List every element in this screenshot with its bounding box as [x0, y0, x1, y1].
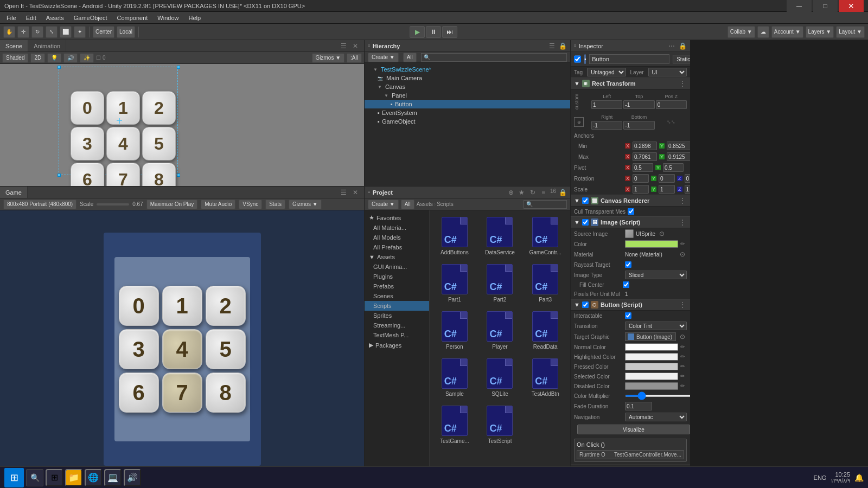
pivot-toggle[interactable]: Center	[93, 26, 114, 38]
tool-move[interactable]: ✛	[17, 26, 29, 38]
breadcrumb-scripts[interactable]: Scripts	[437, 201, 454, 207]
space-toggle[interactable]: Local	[117, 26, 135, 38]
mute-btn[interactable]: Mute Audio	[201, 200, 235, 209]
taskbar-chrome[interactable]: 🌐	[85, 469, 102, 486]
scene-tile-0[interactable]: 0	[71, 91, 104, 125]
play-button[interactable]: ▶	[410, 26, 425, 38]
navigation-dropdown[interactable]: Automatic	[625, 413, 687, 421]
disabled-color-picker[interactable]: ✏	[680, 383, 687, 389]
hierarchy-item-panel[interactable]: ▼ Panel	[365, 91, 570, 100]
project-file-player[interactable]: C# Player	[480, 309, 521, 352]
highlighted-color-picker[interactable]: ✏	[680, 354, 687, 360]
stats-btn[interactable]: Stats	[265, 200, 285, 209]
breadcrumb-assets[interactable]: Assets	[417, 201, 433, 207]
handle-top-left[interactable]	[58, 66, 61, 69]
layout-button[interactable]: Layout ▼	[836, 26, 865, 38]
disabled-color-swatch[interactable]	[625, 382, 678, 390]
fade-duration-input[interactable]	[625, 402, 652, 410]
project-all-btn[interactable]: All	[401, 200, 414, 209]
visualize-button[interactable]: Visualize	[577, 425, 690, 434]
game-gizmos-btn[interactable]: Gizmos ▼	[289, 200, 322, 209]
menu-window[interactable]: Window	[153, 14, 183, 22]
top-input[interactable]	[623, 100, 654, 109]
sidebar-favorites[interactable]: ★ Favorites	[365, 213, 429, 223]
normal-color-picker[interactable]: ✏	[680, 344, 687, 350]
left-input[interactable]	[591, 100, 622, 109]
taskbar-vs[interactable]: 💻	[104, 469, 122, 486]
rect-transform-menu[interactable]: ⋮	[678, 79, 687, 88]
inspector-lock-btn[interactable]: 🔒	[678, 42, 687, 50]
audio-toggle[interactable]: 🔊	[63, 53, 78, 63]
taskbar-notification[interactable]: 🔔	[854, 473, 864, 482]
all-dropdown[interactable]: :All	[347, 53, 362, 63]
rect-transform-header[interactable]: ▼ ⊞ Rect Transform ⋮	[571, 78, 690, 89]
cloud-button[interactable]: ☁	[757, 26, 769, 38]
menu-assets[interactable]: Assets	[42, 14, 68, 22]
scene-menu-btn[interactable]: ☰	[339, 42, 348, 50]
tool-rect[interactable]: ⬜	[60, 26, 72, 38]
highlighted-color-swatch[interactable]	[625, 353, 678, 361]
close-button[interactable]: ✕	[839, 0, 864, 12]
shading-dropdown[interactable]: Shaded	[2, 53, 28, 63]
layers-button[interactable]: Layers ▼	[806, 26, 834, 38]
fill-center-checkbox[interactable]	[623, 281, 629, 288]
scale-slider[interactable]	[97, 203, 129, 206]
minimize-button[interactable]: ─	[787, 0, 812, 12]
project-icon-btn1[interactable]: ⊕	[507, 188, 515, 197]
pressed-color-swatch[interactable]	[625, 363, 678, 370]
right-input[interactable]	[591, 121, 622, 130]
sidebar-plugins[interactable]: Plugins	[365, 272, 429, 281]
game-tile-0[interactable]: 0	[119, 286, 159, 326]
game-tile-1[interactable]: 1	[162, 286, 202, 326]
project-file-part2[interactable]: C# Part2	[480, 262, 521, 305]
hierarchy-item-eventsystem[interactable]: ▪ EventSystem	[365, 108, 570, 117]
hierarchy-menu-btn[interactable]: ☰	[547, 42, 556, 50]
fx-toggle[interactable]: ✨	[80, 53, 94, 63]
resolution-dropdown[interactable]: 800x480 Portrait (480x800)	[3, 200, 76, 209]
menu-component[interactable]: Component	[112, 14, 152, 22]
maximize-play-btn[interactable]: Maximize On Play	[146, 200, 198, 209]
hierarchy-item-canvas[interactable]: ▼ Canvas	[365, 82, 570, 91]
taskbar-unity[interactable]: 🔊	[124, 469, 141, 486]
project-lock-btn[interactable]: 🔒	[558, 188, 567, 197]
inspector-debug-btn[interactable]: ⋯	[667, 42, 676, 50]
max-x-input[interactable]	[633, 152, 657, 161]
project-file-gamecontroller[interactable]: C# GameContr...	[525, 215, 566, 258]
tab-scene[interactable]: Scene	[0, 40, 28, 52]
sidebar-streaming[interactable]: Streaming...	[365, 320, 429, 330]
project-file-testgame[interactable]: C# TestGame...	[434, 403, 475, 446]
interactable-checkbox[interactable]	[625, 312, 631, 319]
game-close-btn[interactable]: ✕	[351, 188, 360, 197]
project-file-addbuttons[interactable]: C# AddButtons	[434, 215, 475, 258]
gizmos-dropdown[interactable]: Gizmos ▼	[312, 53, 345, 63]
raycast-checkbox[interactable]	[625, 261, 631, 268]
source-image-picker[interactable]: ⊙	[658, 229, 666, 238]
project-icon-btn3[interactable]: ↻	[528, 188, 537, 197]
project-file-person[interactable]: C# Person	[434, 309, 475, 352]
static-dropdown[interactable]: Static	[673, 55, 690, 63]
project-search[interactable]	[524, 200, 567, 209]
scale-z-input[interactable]	[685, 185, 690, 194]
posz-input[interactable]	[656, 100, 687, 109]
normal-color-swatch[interactable]	[625, 343, 678, 351]
project-file-part3[interactable]: C# Part3	[525, 262, 566, 305]
image-script-header[interactable]: ▼ 🖼 Image (Script) ⋮	[571, 216, 690, 228]
scene-tile-2[interactable]: 2	[142, 91, 176, 125]
cull-transparent-checkbox[interactable]	[628, 208, 634, 215]
max-y-input[interactable]	[667, 152, 690, 161]
canvas-renderer-checkbox[interactable]	[582, 197, 589, 204]
game-tile-8[interactable]: 8	[206, 373, 246, 413]
tab-animation[interactable]: Animation	[28, 40, 66, 52]
vsync-btn[interactable]: VSync	[239, 200, 262, 209]
rot-y-input[interactable]	[659, 174, 675, 183]
tool-scale[interactable]: ⤡	[46, 26, 58, 38]
rot-x-input[interactable]	[633, 174, 649, 183]
sidebar-assets[interactable]: ▼ Assets	[365, 252, 429, 262]
scene-tile-6[interactable]: 6	[71, 163, 104, 186]
image-script-checkbox[interactable]	[582, 219, 589, 226]
game-menu-btn[interactable]: ☰	[339, 188, 348, 197]
pivot-y-input[interactable]	[663, 163, 684, 172]
scene-tile-7[interactable]: 7	[106, 163, 140, 186]
material-picker[interactable]: ⊙	[678, 250, 687, 259]
menu-file[interactable]: File	[2, 14, 21, 22]
